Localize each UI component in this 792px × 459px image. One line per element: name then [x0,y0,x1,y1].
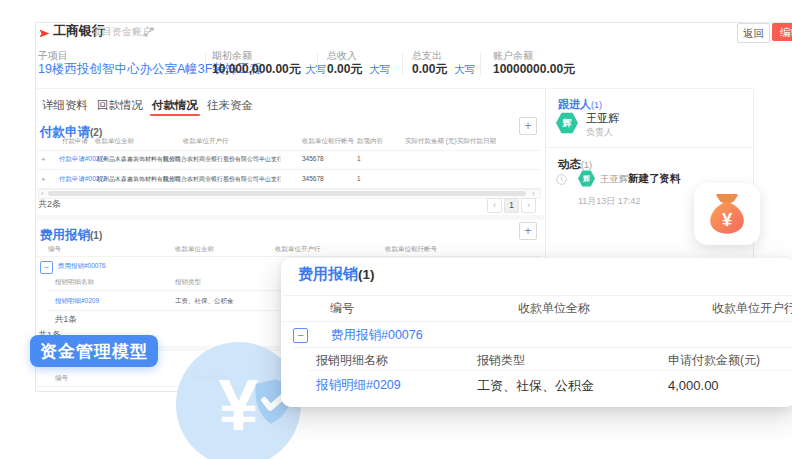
cell-account: 345678 [302,156,324,163]
subcol-header: 报销明细名称 [55,279,94,286]
account-type-label: 项目资金账户 [92,27,152,37]
divider [308,370,792,371]
add-expense-button[interactable]: + [519,222,537,240]
col-header: 实际付款金额 (元) [405,138,457,145]
divider [282,295,792,296]
outcome-daxie-link[interactable]: 大写 [454,64,475,75]
caption-badge: 资金管理模型 [30,335,158,367]
tab-detail[interactable]: 详细资料 [42,100,88,112]
tab-payments-active[interactable]: 付款情况 [152,100,198,112]
popup-col-header: 收款单位全称 [518,302,590,314]
collapse-row-icon[interactable]: − [40,261,53,274]
cell-content: 1 [357,156,361,163]
col-header: 收款单位开户行 [275,246,321,253]
divider [317,53,318,75]
activity-time: 11月13日 17:42 [578,197,640,206]
income-value: 0.00元 [327,63,362,75]
col-header: 编号 [55,375,68,382]
popup-detail-amount: 4,000.00 [668,379,719,392]
expand-row-icon[interactable]: + [41,176,46,184]
page-next-button[interactable]: › [521,198,536,213]
expand-row-icon[interactable]: + [41,156,46,164]
activity-section-title: 动态(1) [558,155,592,171]
initial-balance-label: 期初余额 [212,51,252,61]
outcome-value: 0.00元 [412,63,447,75]
fullscreen-icon[interactable] [144,27,154,37]
cell-content: 1 [357,176,361,183]
divider [282,321,792,322]
popup-expense-link[interactable]: 费用报销#00076 [331,329,423,342]
active-tab-underline [150,114,200,116]
expense-section-title: 费用报销(1) [40,226,102,242]
scrollbar-thumb[interactable] [48,191,526,196]
page-number[interactable]: 1 [504,198,519,213]
expense-subtable-total: 共1条 [55,315,77,324]
balance-label: 账户余额 [493,51,533,61]
add-payment-button[interactable]: + [519,117,537,135]
payment-total-count: 共2条 [38,200,61,209]
scroll-right-icon[interactable]: › [532,190,535,198]
tab-transactions[interactable]: 往来资金 [207,100,253,112]
divider [546,147,753,148]
section-separator [36,215,544,220]
initial-daxie-link[interactable]: 大写 [305,64,326,75]
tab-receipts[interactable]: 回款情况 [97,100,143,112]
cell-bank: 杭州联合农村商业银行股份有限公司半山支行 [163,176,281,182]
popup-detail-type: 工资、社保、公积金 [477,379,594,392]
subproject-label: 子项目 [38,51,68,61]
divider [36,88,753,89]
subcol-header: 报销类型 [175,279,201,286]
follower-section-title: 跟进人(1) [558,95,602,111]
expense-link[interactable]: 费用报销#00076 [58,263,106,270]
col-header: 收款单位银行帐号 [385,246,437,253]
page-prev-button[interactable]: ‹ [487,198,502,213]
col-header: 收款单位全称 [95,138,134,145]
divider [36,150,541,151]
income-label: 总收入 [327,51,357,61]
star-icon[interactable]: ☆ [131,25,141,36]
back-button[interactable]: 返回 [737,23,770,43]
edit-button[interactable]: 编辑 [772,23,792,41]
col-header: 收款单位银行帐号 [302,138,354,145]
popup-title: 费用报销(1) [298,266,375,282]
divider [205,53,206,75]
income-daxie-link[interactable]: 大写 [369,64,390,75]
popup-col-header: 收款单位开户行 [712,302,792,314]
col-header: 款项内容 [357,138,383,145]
divider [36,169,541,170]
money-bag-fab[interactable]: ¥ [694,183,760,245]
outcome-label: 总支出 [412,51,442,61]
col-header: 收款单位全称 [175,246,214,253]
col-header: 编号 [48,246,61,253]
balance-value: 10000000.00元 [493,63,575,75]
bank-arrow-icon [39,28,50,39]
follower-name[interactable]: 王亚辉 [586,113,619,124]
scroll-left-icon[interactable]: ‹ [41,190,44,198]
divider [402,53,403,75]
expense-detail-link[interactable]: 报销明细#0209 [55,298,99,305]
screenshot-root: 工商银行 项目资金账户 ☆ 返回 编辑 子项目 19楼西投创智中心办公室A幢3F… [0,0,792,459]
cell-expense-type: 工资、社保、公积金 [175,298,234,305]
col-header: 收款单位开户行 [183,138,229,145]
popup-subcol-header: 申请付款金额(元) [668,354,760,366]
cell-account: 345678 [302,176,324,183]
col-header: 付款申请 [62,138,88,145]
divider [36,256,541,257]
money-bag-icon: ¥ [704,191,750,237]
col-header: 实际付款日期 [457,138,496,145]
clock-icon [556,174,567,185]
cell-bank: 杭州联合农村商业银行股份有限公司半山支行 [163,156,281,162]
popup-collapse-icon[interactable]: − [293,328,308,343]
activity-action: 新建了资料 [628,173,681,184]
svg-text:¥: ¥ [722,210,733,230]
popup-subcol-header: 报销类型 [477,354,525,366]
divider [293,347,792,348]
popup-detail-link[interactable]: 报销明细#0209 [316,379,401,392]
follower-role: 负责人 [586,128,613,137]
initial-balance-value: 10,000,000.00元 [212,63,301,75]
popup-col-header: 编号 [330,302,354,314]
divider [480,53,481,75]
activity-actor[interactable]: 王亚辉 [600,174,629,184]
popup-subcol-header: 报销明细名称 [316,354,388,366]
